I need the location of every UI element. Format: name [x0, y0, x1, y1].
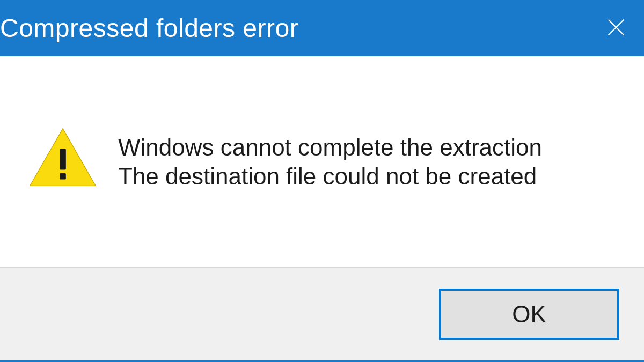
ok-button[interactable]: OK [439, 289, 619, 340]
error-dialog: Compressed folders error Windows cannot … [0, 0, 644, 362]
error-message-line1: Windows cannot complete the extraction [118, 133, 542, 162]
close-icon [606, 17, 626, 40]
dialog-title: Compressed folders error [0, 13, 298, 43]
warning-icon [28, 125, 98, 189]
error-message-line2: The destination file could not be create… [118, 162, 542, 191]
error-message: Windows cannot complete the extraction T… [118, 133, 542, 190]
titlebar: Compressed folders error [0, 0, 644, 56]
dialog-content: Windows cannot complete the extraction T… [0, 56, 644, 267]
dialog-footer: OK [0, 267, 644, 360]
svg-rect-4 [60, 173, 66, 179]
close-button[interactable] [600, 12, 632, 45]
svg-rect-3 [60, 149, 66, 169]
